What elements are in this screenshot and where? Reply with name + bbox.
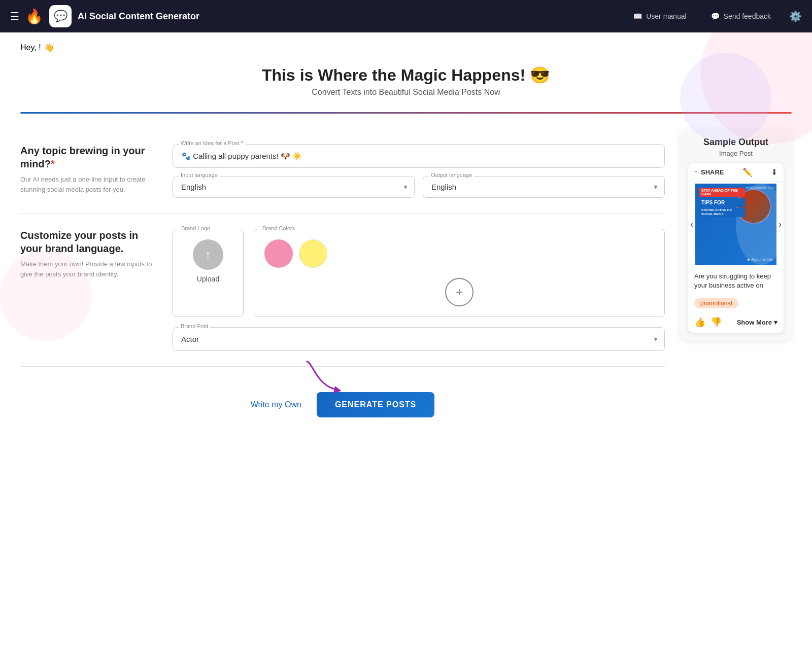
output-tag: promotional: [694, 298, 738, 308]
output-card-text: Are you struggling to keep your business…: [688, 267, 784, 295]
form-area: Any topic brewing in your mind?* Our AI …: [20, 129, 665, 433]
post-idea-label: Write an Idea for a Post *: [179, 140, 245, 146]
main-content: Hey, ! 👋 This is Where the Magic Happens…: [0, 32, 812, 443]
brand-section: Customize your posts in your brand langu…: [20, 214, 665, 367]
color-swatch-1[interactable]: [264, 239, 293, 268]
topic-description: Any topic brewing in your mind?* Our AI …: [20, 144, 152, 194]
output-card: ↑ SHARE ✏️ ⬇ ‹: [688, 163, 784, 333]
send-feedback-button[interactable]: 💬 Send feedback: [705, 8, 777, 24]
brand-logo-colors-row: Brand Logo ↑ Upload Brand Colors +: [173, 229, 665, 317]
color-swatch-2[interactable]: [299, 239, 327, 268]
brand-fields: Brand Logo ↑ Upload Brand Colors +: [173, 229, 665, 351]
output-language-label: Output language: [429, 172, 474, 178]
user-manual-button[interactable]: 📖 User manual: [627, 8, 692, 24]
post-idea-field: Write an Idea for a Post *: [173, 144, 665, 168]
brand-description: Customize your posts in your brand langu…: [20, 229, 152, 279]
topic-fields: Write an Idea for a Post * Input languag…: [173, 144, 665, 198]
upload-button[interactable]: ↑: [193, 239, 223, 270]
thumbs-down-button[interactable]: 👎: [710, 316, 722, 328]
app-title: AI Social Content Generator: [78, 11, 199, 22]
sample-output-panel: Sample Output Image Post ↑ SHARE ✏️ ⬇ ‹: [680, 129, 792, 341]
thumbs-row: 👍 👎: [694, 316, 722, 328]
flame-icon: 🔥: [25, 8, 43, 25]
language-row: Input language English Spanish French Ge…: [173, 176, 665, 198]
topic-description-text: Our AI needs just a one-line input to cr…: [20, 174, 152, 194]
brand-colors-label: Brand Colors: [260, 225, 297, 231]
thumbs-up-button[interactable]: 👍: [694, 316, 705, 328]
comment-icon: 💬: [711, 12, 720, 20]
brand-font-label: Brand Font: [179, 323, 210, 329]
actions-row: Write my Own GENERATE POSTS: [20, 367, 665, 433]
topic-heading: Any topic brewing in your mind?*: [20, 144, 152, 170]
colors-row: +: [264, 239, 654, 306]
svg-marker-0: [333, 386, 342, 393]
brand-font-select[interactable]: Actor Roboto Open Sans Lato Montserrat P…: [173, 327, 665, 351]
input-language-label: Input language: [179, 172, 220, 178]
prev-arrow-button[interactable]: ‹: [688, 217, 695, 232]
input-language-group: Input language English Spanish French Ge…: [173, 176, 415, 198]
output-card-image: STAY AHEAD OF THE GAME TIPS FOR STAYING …: [695, 184, 776, 265]
hero-title: This is Where the Magic Happens! 😎: [20, 65, 792, 85]
book-icon: 📖: [633, 12, 642, 20]
share-button[interactable]: ↑ SHARE: [694, 168, 724, 177]
app-header: ☰ 🔥 💬 AI Social Content Generator 📖 User…: [0, 0, 812, 32]
share-icon: ↑: [694, 168, 698, 177]
download-icon[interactable]: ⬇: [771, 167, 777, 177]
brand-heading: Customize your posts in your brand langu…: [20, 229, 152, 255]
hero-section: This is Where the Magic Happens! 😎 Conve…: [20, 60, 792, 107]
show-more-button[interactable]: Show More ▾: [737, 319, 777, 326]
nav-arrows: ‹ STAY AHEAD OF THE GAME TIPS FOR: [688, 182, 784, 267]
sample-output-title: Sample Output: [688, 137, 784, 148]
output-language-group: Output language English Spanish French G…: [423, 176, 665, 198]
output-card-actions: ↑ SHARE ✏️ ⬇: [688, 163, 784, 182]
brand-description-text: Make them your own! Provide a few inputs…: [20, 259, 152, 279]
post-idea-input[interactable]: [173, 144, 665, 168]
brand-logo-box: Brand Logo ↑ Upload: [173, 229, 244, 317]
brand-colors-box: Brand Colors +: [254, 229, 665, 317]
brand-logo-label: Brand Logo: [179, 225, 212, 231]
upload-label: Upload: [197, 275, 219, 283]
gradient-divider: [20, 112, 792, 114]
topic-section: Any topic brewing in your mind?* Our AI …: [20, 129, 665, 214]
greeting-text: Hey, ! 👋: [20, 43, 792, 52]
edit-icon[interactable]: ✏️: [742, 167, 753, 177]
settings-icon[interactable]: ⚙️: [789, 10, 802, 22]
hero-subtitle: Convert Texts into Beautiful Social Medi…: [20, 88, 792, 97]
input-language-select[interactable]: English Spanish French German: [173, 176, 415, 198]
sample-output-subtitle: Image Post: [688, 150, 784, 157]
app-logo: 💬: [49, 5, 72, 27]
write-own-button[interactable]: Write my Own: [251, 400, 301, 409]
hamburger-icon[interactable]: ☰: [10, 10, 19, 22]
arrow-decoration: [302, 357, 353, 399]
next-arrow-button[interactable]: ›: [776, 217, 784, 232]
output-language-select[interactable]: English Spanish French German: [423, 176, 665, 198]
brand-font-group: Brand Font Actor Roboto Open Sans Lato M…: [173, 327, 665, 351]
chevron-down-icon: ▾: [774, 319, 777, 326]
add-color-button[interactable]: +: [445, 278, 473, 306]
output-footer: 👍 👎 Show More ▾: [688, 311, 784, 333]
